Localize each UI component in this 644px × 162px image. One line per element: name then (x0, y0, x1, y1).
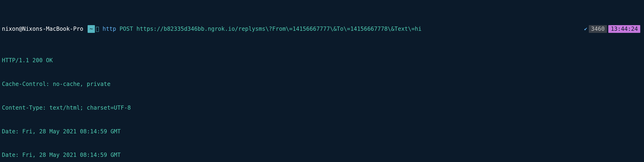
http-status-line: HTTP/1.1 200 OK (2, 56, 642, 64)
command-args: POST https://b82335d346bb.ngrok.io/reply… (120, 25, 422, 33)
http-header: Date: Fri, 28 May 2021 08:14:59 GMT (2, 128, 642, 136)
prompt-arrow-icon (84, 25, 87, 33)
check-icon: ✔ (584, 25, 587, 33)
prompt-user-host: nixon@Nixons-MacBook-Pro (2, 25, 84, 33)
status-bar: ✔ 3460 13:44:24 (584, 25, 640, 33)
terminal-window[interactable]: nixon@Nixons-MacBook-Pro ~  http POST h… (0, 0, 644, 162)
http-header: Content-Type: text/html; charset=UTF-8 (2, 104, 642, 112)
status-number-badge: 3460 (589, 25, 607, 33)
http-header: Cache-Control: no-cache, private (2, 80, 642, 88)
command-tool: http (103, 25, 116, 33)
status-time-badge: 13:44:24 (608, 25, 640, 33)
prompt-cwd: ~ (88, 25, 95, 33)
prompt-separator-icon:  (96, 25, 103, 33)
prompt-line: nixon@Nixons-MacBook-Pro ~  http POST h… (2, 25, 642, 33)
http-header: Date: Fri, 28 May 2021 08:14:59 GMT (2, 151, 642, 159)
